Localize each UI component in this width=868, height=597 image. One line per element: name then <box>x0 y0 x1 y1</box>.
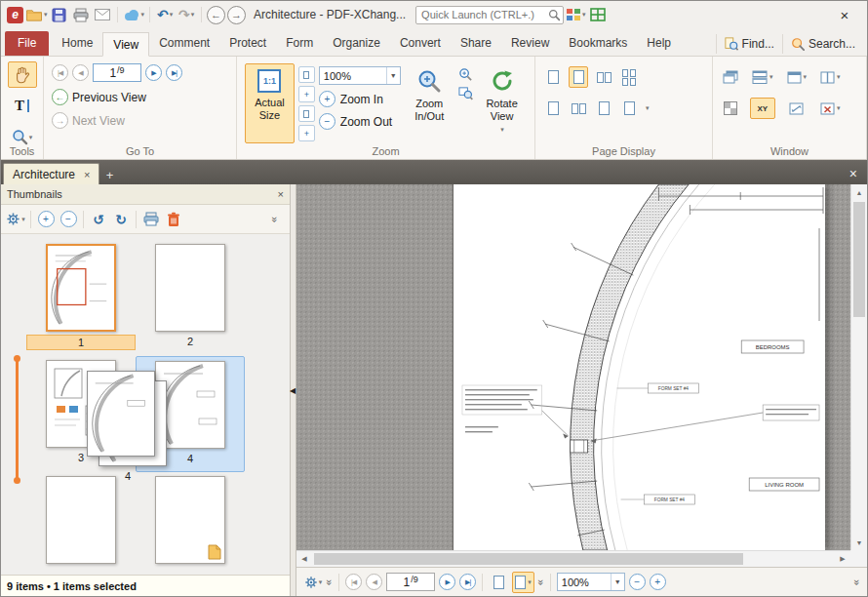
save-button[interactable] <box>50 4 69 25</box>
tab-convert[interactable]: Convert <box>390 31 451 56</box>
last-page-button[interactable]: ▶| <box>459 574 476 590</box>
more-layout-icon[interactable]: » <box>535 578 547 584</box>
rotate-ccw-button[interactable]: ↺ <box>89 210 108 229</box>
select-text-tool-button[interactable]: T <box>8 93 37 119</box>
zoom-in-button[interactable]: + Zoom In <box>319 91 401 107</box>
redo-button[interactable]: ↷ ▾ <box>177 4 196 25</box>
tab-close-icon[interactable]: × <box>84 169 90 180</box>
scroll-up-icon[interactable]: ▲ <box>851 184 867 200</box>
zoom-in-out-button[interactable]: Zoom In/Out <box>405 63 454 143</box>
ui-options-button[interactable]: ▾ <box>566 4 586 25</box>
thumbnail-page-5[interactable] <box>26 472 136 575</box>
page-numbers-icon[interactable] <box>594 98 613 119</box>
hand-tool-button[interactable] <box>8 61 37 88</box>
tab-view[interactable]: View <box>102 32 149 57</box>
undo-button[interactable]: ↶ ▾ <box>155 4 175 25</box>
page-scroll-icon[interactable] <box>543 98 563 119</box>
thumbnail-page-1[interactable]: 1 <box>26 240 136 356</box>
thumbnail-page-2[interactable]: 2 <box>136 240 245 356</box>
loupe-area-icon[interactable] <box>458 86 473 100</box>
single-page-button[interactable] <box>569 66 588 88</box>
horizontal-scrollbar[interactable]: ◀ ▶ <box>296 550 850 567</box>
previous-page-button[interactable]: ◀ <box>72 64 89 81</box>
fit-width-icon[interactable]: + <box>298 86 315 102</box>
window-close-button[interactable]: × <box>828 7 861 23</box>
zoom-out-button[interactable]: − <box>629 574 646 590</box>
toolbar-more-button[interactable]: » <box>265 210 285 229</box>
tab-home[interactable]: Home <box>52 31 102 56</box>
zoom-out-button[interactable]: − Zoom Out <box>319 113 401 130</box>
tab-review[interactable]: Review <box>501 31 559 56</box>
first-page-button[interactable]: |◀ <box>52 64 68 81</box>
tab-share[interactable]: Share <box>451 31 501 56</box>
page-number-input[interactable]: 1/9 <box>386 573 435 591</box>
page-layout-button[interactable] <box>489 572 508 593</box>
cascade-windows-button[interactable] <box>721 66 740 88</box>
tile-windows-button[interactable]: ▾ <box>750 66 775 88</box>
single-page-mode-button[interactable]: ▾ <box>512 572 534 593</box>
print-button[interactable] <box>71 4 91 25</box>
reduce-thumbnails-button[interactable]: − <box>59 210 78 229</box>
dropdown-icon[interactable]: ▾ <box>646 104 650 112</box>
next-page-button[interactable]: ▶ <box>439 574 455 590</box>
scroll-left-icon[interactable]: ◀ <box>296 551 312 567</box>
fit-height-icon[interactable]: + <box>298 125 315 141</box>
thumbnail-page-3[interactable]: 3 <box>26 356 136 472</box>
previous-view-button[interactable]: ← Previous View <box>52 89 228 105</box>
rotate-cw-button[interactable]: ↻ <box>111 210 131 229</box>
new-tab-button[interactable]: + <box>99 165 119 184</box>
history-back-button[interactable]: ← <box>207 6 225 24</box>
tab-bookmarks[interactable]: Bookmarks <box>559 31 637 56</box>
xy-coordinates-button[interactable]: XY <box>750 98 775 119</box>
tab-comment[interactable]: Comment <box>149 31 219 56</box>
panel-close-button[interactable]: × <box>278 188 284 200</box>
split-window-button[interactable]: ▾ <box>818 66 843 88</box>
document-canvas[interactable]: BEDROOMS LIVING ROOM FORM SET #4 FORM SE… <box>296 184 867 567</box>
cloud-button[interactable]: ▾ <box>123 4 145 25</box>
continuous-pages-button[interactable] <box>619 66 639 88</box>
facing-pages-icon[interactable] <box>569 98 588 119</box>
thumbnail-page-4[interactable]: 4 <box>136 356 245 472</box>
loupe-plus-icon[interactable] <box>458 67 473 82</box>
view-options-button[interactable]: ▾ <box>303 573 323 592</box>
splitter-collapse-icon[interactable]: ◀ <box>290 386 296 395</box>
tab-file[interactable]: File <box>5 31 49 56</box>
quick-launch-input[interactable] <box>415 6 564 24</box>
thumbnail-page-6[interactable] <box>136 472 245 575</box>
history-forward-button[interactable]: → <box>227 6 246 24</box>
close-document-button[interactable]: × <box>842 166 865 184</box>
panel-splitter[interactable]: ◀ <box>290 184 296 596</box>
layout-grid-button[interactable] <box>588 4 608 25</box>
first-page-button[interactable]: |◀ <box>345 574 362 590</box>
tab-protect[interactable]: Protect <box>219 31 276 56</box>
page-layout-icon[interactable] <box>543 66 563 88</box>
next-page-button[interactable]: ▶ <box>145 64 162 81</box>
email-button[interactable] <box>93 4 112 25</box>
zoom-level-dropdown[interactable]: 100% ▼ <box>557 573 625 591</box>
page-properties-icon[interactable] <box>619 98 639 119</box>
rotate-view-button[interactable]: Rotate View ▾ <box>477 63 527 143</box>
zoom-in-button[interactable]: + <box>650 574 666 590</box>
thumbnails-options-button[interactable]: ▾ <box>6 210 25 229</box>
actual-size-button[interactable]: 1:1 Actual Size <box>245 63 295 143</box>
document-page[interactable]: BEDROOMS LIVING ROOM FORM SET #4 FORM SE… <box>453 184 825 550</box>
print-pages-button[interactable] <box>141 210 161 229</box>
find-button[interactable]: Find... <box>716 34 782 54</box>
next-view-button[interactable]: → Next View <box>52 112 228 129</box>
vertical-scroll-thumb[interactable] <box>853 202 865 317</box>
vertical-scrollbar[interactable]: ▲ ▼ <box>850 184 867 550</box>
page-number-input[interactable]: 1/9 <box>93 63 141 82</box>
previous-page-button[interactable]: ◀ <box>366 574 382 590</box>
enlarge-thumbnails-button[interactable]: + <box>36 210 56 229</box>
tab-organize[interactable]: Organize <box>323 31 390 56</box>
scroll-down-icon[interactable]: ▼ <box>851 535 867 550</box>
two-pages-button[interactable] <box>594 66 613 88</box>
transparency-grid-button[interactable] <box>721 98 740 119</box>
fit-visible-icon[interactable] <box>298 105 315 122</box>
more-tools-icon[interactable]: » <box>324 578 335 584</box>
last-page-button[interactable]: ▶| <box>166 64 182 81</box>
tab-help[interactable]: Help <box>637 31 681 56</box>
zoom-level-dropdown[interactable]: 100% ▼ <box>319 66 401 85</box>
resize-window-button[interactable] <box>785 98 809 119</box>
fit-page-icon[interactable] <box>298 66 315 83</box>
